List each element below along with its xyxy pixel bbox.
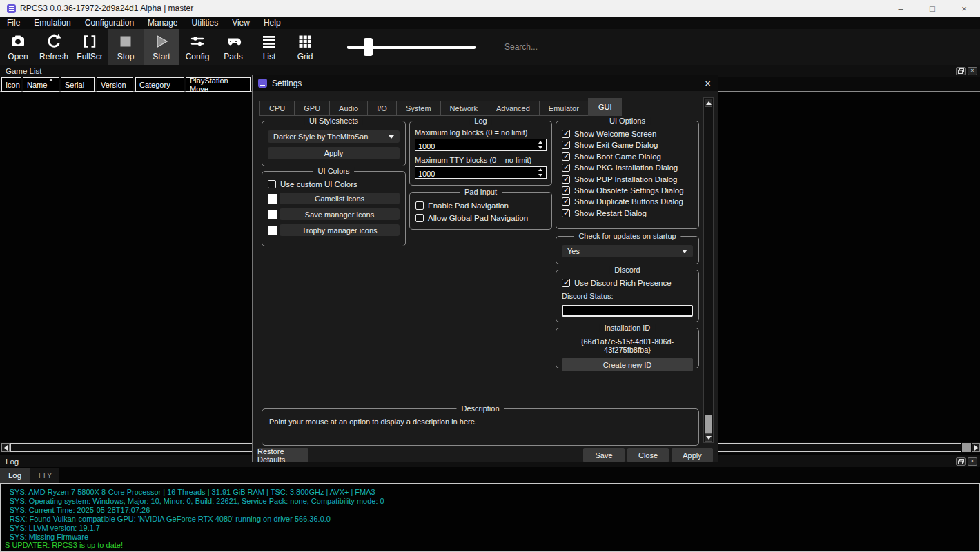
show-restart-dialog-checkbox[interactable] xyxy=(562,209,570,217)
column-header-version[interactable]: Version xyxy=(97,77,133,92)
minimize-button[interactable]: – xyxy=(885,0,917,17)
discord-status-input[interactable] xyxy=(562,305,693,317)
enable-pad-navigation-checkbox[interactable] xyxy=(415,201,424,210)
tab-gui[interactable]: GUI xyxy=(588,98,623,116)
create-new-id-button[interactable]: Create new ID xyxy=(562,358,693,371)
settings-scrollbar xyxy=(703,97,714,443)
tab-emulator[interactable]: Emulator xyxy=(539,101,589,116)
tab-io[interactable]: I/O xyxy=(367,101,397,116)
installation-id-group: Installation ID {66d1af7e-515f-4d01-806d… xyxy=(556,328,699,368)
scroll-left-icon[interactable] xyxy=(1,443,10,452)
sort-ascending-icon xyxy=(49,79,53,81)
scroll-up-icon[interactable] xyxy=(705,99,712,107)
list-view-button[interactable]: List xyxy=(251,29,287,65)
trophy-manager-icons-button[interactable]: Trophy manager icons xyxy=(280,224,400,236)
discord-rich-presence-checkbox[interactable] xyxy=(562,279,570,287)
scroll-right-icon[interactable] xyxy=(972,443,980,452)
refresh-icon xyxy=(46,33,62,50)
show-welcome-screen-checkbox[interactable] xyxy=(562,130,570,138)
column-header-category[interactable]: Category xyxy=(135,77,184,92)
scroll-down-icon[interactable] xyxy=(705,433,712,442)
slider-handle[interactable] xyxy=(364,38,373,56)
close-icon[interactable]: × xyxy=(968,457,977,466)
allow-global-pad-navigation-checkbox[interactable] xyxy=(415,214,424,222)
menu-item-file[interactable]: File xyxy=(0,17,27,29)
max-tty-blocks-input[interactable] xyxy=(415,166,547,179)
close-icon[interactable]: × xyxy=(968,67,977,75)
apply-button[interactable]: Apply xyxy=(672,448,713,462)
maximize-button[interactable]: □ xyxy=(917,0,948,17)
tab-audio[interactable]: Audio xyxy=(329,101,368,116)
pads-button[interactable]: Pads xyxy=(215,29,251,65)
log-content[interactable]: - SYS: AMD Ryzen 7 5800X 8-Core Processo… xyxy=(0,483,980,552)
refresh-button[interactable]: Refresh xyxy=(36,29,72,65)
use-custom-ui-colors-checkbox[interactable] xyxy=(268,180,276,188)
trophy-manager-icons-color-swatch[interactable] xyxy=(268,226,277,235)
spin-up-icon[interactable] xyxy=(538,141,542,144)
menu-item-help[interactable]: Help xyxy=(257,17,288,29)
open-button[interactable]: Open xyxy=(0,29,36,65)
toolbar: Open Refresh FullScr Stop Start Config P… xyxy=(0,29,980,65)
stop-button[interactable]: Stop xyxy=(108,29,144,65)
spin-down-icon[interactable] xyxy=(538,174,542,177)
column-header-serial[interactable]: Serial xyxy=(61,77,95,92)
gamelist-icons-row: Gamelist icons xyxy=(268,193,400,204)
apply-stylesheet-button[interactable]: Apply xyxy=(268,147,400,159)
menu-item-utilities[interactable]: Utilities xyxy=(184,17,225,29)
close-button[interactable]: Close xyxy=(627,448,669,462)
show-pup-installation-dialog-checkbox[interactable] xyxy=(562,175,570,184)
dialog-close-button[interactable]: × xyxy=(705,77,711,89)
fullscreen-button[interactable]: FullScr xyxy=(72,29,108,65)
tab-advanced[interactable]: Advanced xyxy=(487,101,540,116)
config-button[interactable]: Config xyxy=(179,29,215,65)
scrollbar-thumb[interactable] xyxy=(705,415,712,435)
discord-status-label: Discord Status: xyxy=(562,292,693,300)
settings-titlebar[interactable]: Settings × xyxy=(253,75,718,91)
tab-system[interactable]: System xyxy=(396,101,441,116)
tab-network[interactable]: Network xyxy=(440,101,487,116)
show-boot-game-dialog-checkbox[interactable] xyxy=(562,152,570,161)
tab-gpu[interactable]: GPU xyxy=(294,101,330,116)
icon-size-slider[interactable] xyxy=(347,38,476,56)
restore-defaults-button[interactable]: Restore Defaults xyxy=(257,448,308,462)
tab-tty[interactable]: TTY xyxy=(30,468,59,483)
column-header-psmove[interactable]: PlayStation Move xyxy=(186,77,251,92)
stylesheet-select[interactable]: Darker Style by TheMitoSan xyxy=(268,130,400,143)
tab-cpu[interactable]: CPU xyxy=(259,101,295,116)
installation-id-value: {66d1af7e-515f-4d01-806d-43f275fb8fba} xyxy=(559,337,696,354)
rpcs3-logo-icon xyxy=(258,79,267,88)
spin-down-icon[interactable] xyxy=(538,146,542,149)
tab-log[interactable]: Log xyxy=(0,468,30,483)
search-input[interactable] xyxy=(504,42,608,52)
ui-stylesheets-group: UI Stylesheets Darker Style by TheMitoSa… xyxy=(262,121,406,166)
show-pkg-installation-dialog-checkbox[interactable] xyxy=(562,164,570,172)
save-manager-icons-button[interactable]: Save manager icons xyxy=(280,208,400,220)
column-header-name[interactable]: Name xyxy=(23,77,59,92)
show-exit-game-dialog-checkbox[interactable] xyxy=(562,141,570,149)
update-check-group: Check for updates on startup Yes xyxy=(556,236,699,264)
menu-item-configuration[interactable]: Configuration xyxy=(78,17,141,29)
window-controls: – □ × xyxy=(885,0,980,17)
save-button[interactable]: Save xyxy=(583,448,625,462)
start-button[interactable]: Start xyxy=(144,29,179,65)
close-button[interactable]: × xyxy=(948,0,980,17)
menu-item-emulation[interactable]: Emulation xyxy=(27,17,77,29)
gamelist-icons-button[interactable]: Gamelist icons xyxy=(280,193,400,204)
grid-icon xyxy=(297,33,313,50)
gamelist-icons-color-swatch[interactable] xyxy=(268,194,277,204)
menu-item-view[interactable]: View xyxy=(225,17,257,29)
undock-icon[interactable] xyxy=(956,67,966,75)
column-header-icon[interactable]: Icon xyxy=(1,77,21,92)
menu-item-manage[interactable]: Manage xyxy=(141,17,184,29)
list-icon xyxy=(261,33,277,50)
undock-icon[interactable] xyxy=(956,457,966,466)
max-log-blocks-input[interactable] xyxy=(415,139,547,151)
update-check-select[interactable]: Yes xyxy=(562,245,693,257)
use-custom-ui-colors-row: Use custom UI Colors xyxy=(268,180,400,188)
spin-up-icon[interactable] xyxy=(538,168,542,171)
grid-view-button[interactable]: Grid xyxy=(287,29,323,65)
save-manager-icons-color-swatch[interactable] xyxy=(268,210,277,219)
show-duplicate-buttons-dialog-checkbox[interactable] xyxy=(562,197,570,206)
show-obsolete-settings-dialog-checkbox[interactable] xyxy=(562,186,570,195)
settings-title: Settings xyxy=(272,79,302,88)
